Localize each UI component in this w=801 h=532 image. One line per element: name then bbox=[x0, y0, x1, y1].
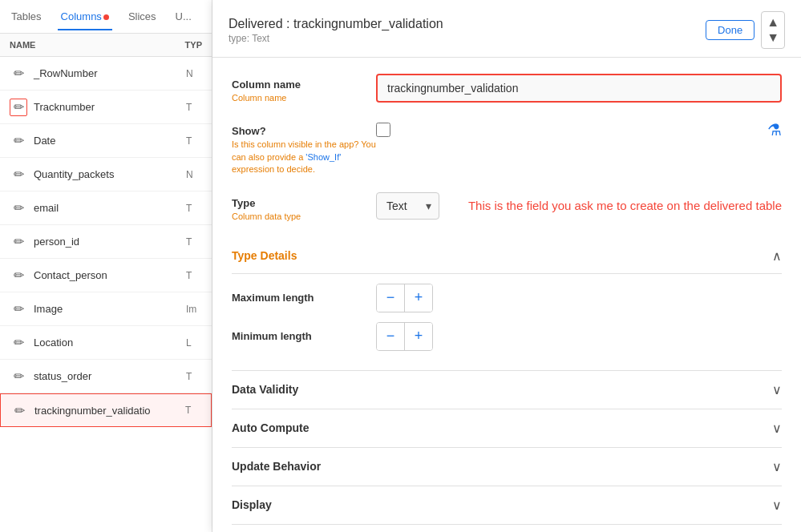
show-control: ⚗ bbox=[376, 120, 782, 139]
column-name-sublabel: Column name bbox=[232, 92, 376, 104]
edit-icon[interactable]: ✏ bbox=[10, 132, 27, 150]
edit-icon[interactable]: ✏ bbox=[10, 334, 27, 352]
data-validity-arrow-icon: ∨ bbox=[772, 382, 782, 397]
type-row: Type Column data type Text Number Date E… bbox=[232, 192, 782, 223]
column-name-input-wrapper bbox=[376, 74, 782, 103]
update-behavior-section[interactable]: Update Behavior ∨ bbox=[232, 448, 782, 486]
column-row[interactable]: ✏LocationL bbox=[0, 326, 212, 360]
type-select-wrapper: Text Number Date Email Image LatLong Enu… bbox=[376, 192, 439, 220]
column-name-input[interactable] bbox=[378, 75, 780, 101]
edit-icon[interactable]: ✏ bbox=[10, 267, 27, 284]
type-details-title: Type Details bbox=[232, 249, 297, 262]
column-type-text: T bbox=[186, 371, 202, 382]
updown-button[interactable]: ▲ ▼ bbox=[761, 11, 785, 49]
column-name-label: Column name bbox=[232, 79, 376, 91]
column-row[interactable]: ✏trackingnumber_validatioT bbox=[0, 393, 212, 427]
display-section[interactable]: Display ∨ bbox=[232, 486, 782, 525]
tab-ux[interactable]: U... bbox=[172, 2, 195, 30]
maximum-length-label: Maximum length bbox=[232, 292, 376, 304]
edit-icon[interactable]: ✏ bbox=[10, 65, 27, 83]
auto-compute-section[interactable]: Auto Compute ∨ bbox=[232, 409, 782, 448]
edit-icon[interactable]: ✏ bbox=[10, 300, 27, 318]
show-label: Show? bbox=[232, 125, 376, 137]
edit-icon[interactable]: ✏ bbox=[10, 368, 27, 385]
column-row[interactable]: ✏Contact_personT bbox=[0, 259, 212, 292]
edit-icon[interactable]: ✏ bbox=[10, 233, 27, 251]
type-details-toggle-icon: ∧ bbox=[772, 248, 782, 264]
show-if-link[interactable]: 'Show_If' bbox=[305, 152, 341, 162]
column-row[interactable]: ✏Quantity_packetsN bbox=[0, 158, 212, 191]
modal-header: Delivered : trackingnumber_validation ty… bbox=[212, 0, 801, 58]
minimum-length-plus-button[interactable]: + bbox=[405, 323, 432, 350]
column-name-text: _RowNumber bbox=[34, 67, 186, 79]
column-name-text: status_order bbox=[34, 370, 186, 382]
column-name-text: person_id bbox=[34, 236, 186, 248]
type-label: Type bbox=[232, 197, 376, 209]
column-name-text: Tracknumber bbox=[34, 101, 186, 113]
auto-compute-title: Auto Compute bbox=[232, 421, 309, 434]
tab-dot bbox=[103, 14, 109, 20]
column-name-text: Date bbox=[34, 135, 186, 147]
column-row[interactable]: ✏person_idT bbox=[0, 225, 212, 259]
annotation-text: This is the field you ask me to create o… bbox=[468, 197, 782, 214]
column-name-text: Image bbox=[34, 303, 186, 315]
update-behavior-title: Update Behavior bbox=[232, 460, 321, 473]
type-details-section-header[interactable]: Type Details ∧ bbox=[232, 239, 782, 274]
auto-compute-arrow-icon: ∨ bbox=[772, 421, 782, 436]
show-checkbox[interactable] bbox=[376, 123, 390, 137]
column-name-control bbox=[376, 74, 782, 103]
update-behavior-arrow-icon: ∨ bbox=[772, 459, 782, 474]
right-panel: Delivered : trackingnumber_validation ty… bbox=[212, 0, 801, 532]
maximum-length-row: Maximum length − + bbox=[232, 284, 782, 312]
minimum-length-stepper: − + bbox=[376, 322, 433, 351]
column-type-text: T bbox=[186, 203, 202, 214]
column-row[interactable]: ✏TracknumberT bbox=[0, 91, 212, 124]
data-validity-section[interactable]: Data Validity ∨ bbox=[232, 371, 782, 409]
modal-subtitle: type: Text bbox=[229, 33, 706, 44]
show-checkbox-row: ⚗ bbox=[376, 120, 782, 139]
column-name-row: Column name Column name bbox=[232, 74, 782, 104]
maximum-length-stepper: − + bbox=[376, 284, 433, 312]
type-control: Text Number Date Email Image LatLong Enu… bbox=[376, 192, 782, 220]
minimum-length-row: Minimum length − + bbox=[232, 322, 782, 351]
maximum-length-minus-button[interactable]: − bbox=[377, 284, 404, 312]
column-type-text: N bbox=[186, 169, 202, 180]
modal-title: Delivered : trackingnumber_validation bbox=[229, 17, 706, 31]
column-name-text: Contact_person bbox=[34, 269, 186, 281]
data-validity-title: Data Validity bbox=[232, 383, 298, 396]
column-row[interactable]: ✏emailT bbox=[0, 191, 212, 225]
edit-icon[interactable]: ✏ bbox=[10, 401, 28, 419]
column-row[interactable]: ✏ImageIm bbox=[0, 292, 212, 326]
chevron-up-icon: ▲ bbox=[767, 15, 779, 30]
type-sublabel: Column data type bbox=[232, 211, 376, 223]
column-name-text: email bbox=[34, 202, 186, 214]
left-panel: Tables Columns Slices U... NAME TYP ✏_Ro… bbox=[0, 0, 212, 532]
type-select[interactable]: Text Number Date Email Image LatLong Enu… bbox=[376, 192, 439, 220]
column-row[interactable]: ✏status_orderT bbox=[0, 360, 212, 393]
minimum-length-minus-button[interactable]: − bbox=[377, 323, 404, 350]
show-row: Show? Is this column visible in the app?… bbox=[232, 120, 782, 175]
column-list: ✏_RowNumberN✏TracknumberT✏DateT✏Quantity… bbox=[0, 57, 212, 427]
edit-icon[interactable]: ✏ bbox=[10, 200, 27, 217]
tab-tables[interactable]: Tables bbox=[8, 2, 45, 30]
column-type-text: L bbox=[186, 337, 202, 349]
flask-icon[interactable]: ⚗ bbox=[767, 120, 782, 139]
column-type-text: T bbox=[186, 102, 202, 113]
edit-icon[interactable]: ✏ bbox=[10, 99, 27, 116]
done-button[interactable]: Done bbox=[706, 20, 754, 40]
edit-icon[interactable]: ✏ bbox=[10, 166, 27, 183]
maximum-length-plus-button[interactable]: + bbox=[405, 284, 432, 312]
column-row[interactable]: ✏DateT bbox=[0, 124, 212, 158]
column-name-text: Location bbox=[34, 337, 186, 349]
tab-slices[interactable]: Slices bbox=[125, 2, 160, 30]
show-label-block: Show? Is this column visible in the app?… bbox=[232, 120, 376, 175]
column-type-text: T bbox=[186, 135, 202, 147]
column-type-text: T bbox=[185, 405, 201, 416]
column-row[interactable]: ✏_RowNumberN bbox=[0, 57, 212, 91]
col-name-header: NAME bbox=[10, 40, 170, 50]
display-title: Display bbox=[232, 498, 272, 511]
modal-title-block: Delivered : trackingnumber_validation ty… bbox=[229, 17, 706, 44]
tab-columns[interactable]: Columns bbox=[58, 2, 112, 30]
show-sublabel: Is this column visible in the app? You c… bbox=[232, 139, 376, 175]
columns-header: NAME TYP bbox=[0, 34, 212, 57]
